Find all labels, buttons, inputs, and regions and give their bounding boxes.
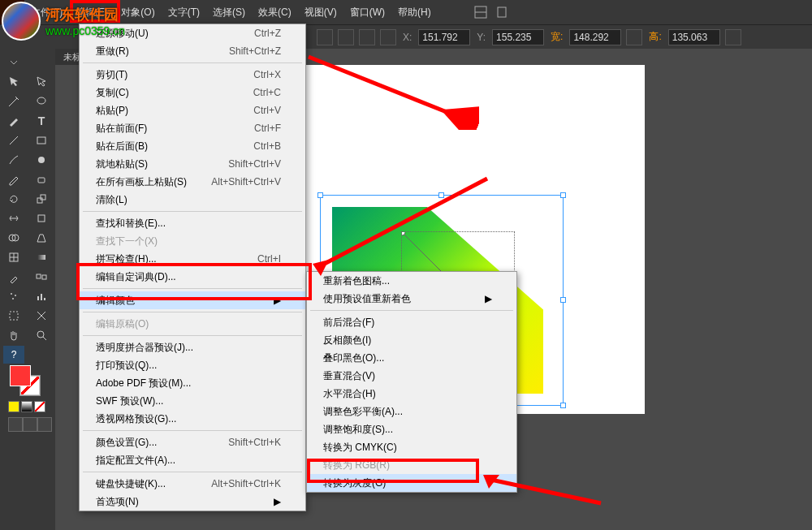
menu-item[interactable]: 透视网格预设(G)... [80,410,305,428]
help-icon[interactable]: ? [3,346,24,364]
menu-edit[interactable]: 编辑(E) [69,0,114,24]
hand-tool[interactable] [3,326,24,344]
submenu-item[interactable]: 转换为灰度(G) [307,474,516,492]
color-yellow-swatch[interactable] [8,401,19,412]
draw-behind-icon[interactable] [23,417,37,432]
menu-help[interactable]: 帮助(H) [391,0,438,24]
column-graph-tool[interactable] [31,287,52,305]
fill-swatch[interactable] [10,365,31,386]
pencil-tool[interactable] [3,170,24,188]
menu-item[interactable]: 贴在前面(F)Ctrl+F [80,119,305,137]
svg-point-13 [37,97,45,104]
submenu-item[interactable]: 垂直混合(V) [307,367,516,385]
align-icon[interactable] [338,29,354,45]
menu-item[interactable]: 键盘快捷键(K)...Alt+Shift+Ctrl+K [80,475,305,493]
menu-item[interactable]: 拼写检查(H)...Ctrl+I [80,250,305,268]
menu-item[interactable]: SWF 预设(W)... [80,392,305,410]
submenu-item[interactable]: 反相颜色(I) [307,331,516,349]
submenu-item[interactable]: 叠印黑色(O)... [307,349,516,367]
menu-item[interactable]: 重做(R)Shift+Ctrl+Z [80,42,305,60]
menu-object[interactable]: 对象(O) [114,0,161,24]
zoom-tool[interactable] [31,326,52,344]
menu-item[interactable]: 透明度拼合器预设(J)... [80,338,305,356]
transform-icon[interactable] [380,29,396,45]
menu-view[interactable]: 视图(V) [298,0,343,24]
submenu-item[interactable]: 前后混合(F) [307,313,516,331]
width-tool[interactable] [3,209,24,227]
eraser-tool[interactable] [31,170,52,188]
menu-item[interactable]: 粘贴(P)Ctrl+V [80,101,305,119]
submenu-item[interactable]: 调整饱和度(S)... [307,420,516,438]
svg-rect-14 [37,137,45,144]
magic-wand-tool[interactable] [3,93,24,110]
perspective-grid-tool[interactable] [31,229,52,247]
svg-rect-24 [41,294,42,300]
menu-select[interactable]: 选择(S) [206,0,252,24]
menu-item[interactable]: Adobe PDF 预设(M)... [80,374,305,392]
submenu-item[interactable]: 水平混合(H) [307,385,516,403]
selection-handle[interactable] [560,297,566,303]
doc-icon[interactable] [491,3,512,21]
submenu-item[interactable]: 转换为 CMYK(C) [307,438,516,456]
submenu-item[interactable]: 调整色彩平衡(A)... [307,403,516,420]
slice-tool[interactable] [31,307,52,325]
pen-tool[interactable] [3,112,24,130]
x-input[interactable] [418,29,470,45]
symbol-spray-tool[interactable] [3,287,24,305]
menu-item[interactable]: 复制(C)Ctrl+C [80,84,305,101]
layout-icon[interactable] [470,3,491,21]
menu-item[interactable]: 剪切(T)Ctrl+X [80,66,305,84]
selection-handle[interactable] [317,192,323,198]
line-tool[interactable] [3,131,24,149]
mesh-tool[interactable] [3,248,24,266]
shape-builder-tool[interactable] [3,229,24,247]
draw-inside-icon[interactable] [37,417,52,432]
free-transform-tool[interactable] [31,209,52,227]
selection-handle[interactable] [560,192,566,198]
rotate-tool[interactable] [3,190,24,208]
menu-item[interactable]: 就地粘贴(S)Shift+Ctrl+V [80,155,305,173]
eyedropper-tool[interactable] [3,268,24,286]
menu-item[interactable]: 清除(L) [80,191,305,209]
rectangle-tool[interactable] [31,131,52,149]
scale-tool[interactable] [31,190,52,208]
gradient-swatch[interactable] [21,401,32,412]
selection-handle[interactable] [438,192,444,198]
menu-file[interactable]: 文件(F) [24,0,69,24]
y-input[interactable] [492,29,544,45]
menu-item[interactable]: 编辑颜色▶ [80,291,305,309]
chevron-icon[interactable] [3,54,24,71]
blob-brush-tool[interactable] [31,151,52,169]
anchor-icon[interactable] [317,29,333,45]
lasso-tool[interactable] [31,93,52,110]
gradient-tool[interactable] [31,248,52,266]
none-swatch[interactable] [34,401,45,412]
direct-selection-tool[interactable] [31,73,52,91]
menu-item[interactable]: 查找和替换(E)... [80,214,305,232]
link-icon[interactable] [626,29,642,45]
blend-tool[interactable] [31,268,52,286]
type-tool[interactable]: T [31,112,52,130]
height-input[interactable] [668,29,720,45]
menu-item[interactable]: 还原移动(U)Ctrl+Z [80,24,305,42]
menu-item[interactable]: 在所有画板上粘贴(S)Alt+Shift+Ctrl+V [80,173,305,191]
menu-item[interactable]: 颜色设置(G)...Shift+Ctrl+K [80,433,305,451]
selection-tool[interactable] [3,73,24,91]
menu-item[interactable]: 打印预设(Q)... [80,356,305,374]
brush-tool[interactable] [3,151,24,169]
submenu-item[interactable]: 使用预设值重新着色▶ [307,290,516,308]
menu-item[interactable]: 指定配置文件(A)... [80,451,305,469]
selection-handle[interactable] [560,403,566,408]
artboard-tool[interactable] [3,307,24,325]
submenu-item[interactable]: 重新着色图稿... [307,272,516,290]
width-input[interactable] [569,29,621,45]
menu-effect[interactable]: 效果(C) [252,0,298,24]
menu-item[interactable]: 首选项(N)▶ [80,493,305,511]
menu-item[interactable]: 编辑自定词典(D)... [80,268,305,286]
menu-item[interactable]: 贴在后面(B)Ctrl+B [80,137,305,155]
align-icon-2[interactable] [359,29,375,45]
menu-window[interactable]: 窗口(W) [343,0,391,24]
menu-type[interactable]: 文字(T) [162,0,206,24]
draw-normal-icon[interactable] [8,417,23,432]
misc-icon[interactable] [725,29,741,45]
